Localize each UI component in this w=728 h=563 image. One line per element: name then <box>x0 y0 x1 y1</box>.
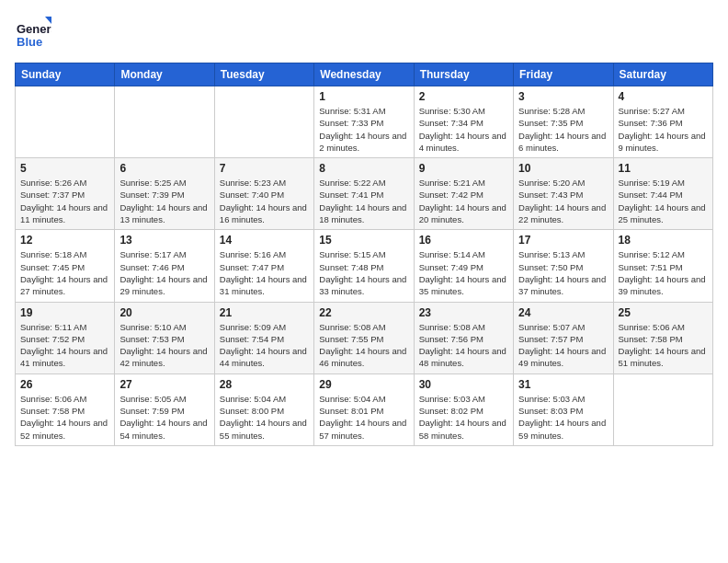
day-number: 21 <box>220 306 309 319</box>
weekday-header-sunday: Sunday <box>16 63 115 86</box>
svg-text:General: General <box>17 22 51 36</box>
cell-info: Sunrise: 5:11 AMSunset: 7:52 PMDaylight:… <box>20 321 109 370</box>
calendar-cell <box>214 86 313 158</box>
cell-info: Sunrise: 5:05 AMSunset: 7:59 PMDaylight:… <box>119 393 209 442</box>
calendar-cell <box>115 86 214 158</box>
calendar-cell: 13Sunrise: 5:17 AMSunset: 7:46 PMDayligh… <box>115 230 214 302</box>
cell-info: Sunrise: 5:03 AMSunset: 8:03 PMDaylight:… <box>518 393 608 442</box>
cell-info: Sunrise: 5:06 AMSunset: 7:58 PMDaylight:… <box>20 393 109 442</box>
cell-info: Sunrise: 5:08 AMSunset: 7:55 PMDaylight:… <box>319 321 408 370</box>
weekday-header-friday: Friday <box>514 63 613 86</box>
cell-info: Sunrise: 5:22 AMSunset: 7:41 PMDaylight:… <box>319 177 408 225</box>
calendar-cell: 5Sunrise: 5:26 AMSunset: 7:37 PMDaylight… <box>16 158 115 230</box>
cell-info: Sunrise: 5:12 AMSunset: 7:51 PMDaylight:… <box>619 248 708 297</box>
calendar-week-row: 12Sunrise: 5:18 AMSunset: 7:45 PMDayligh… <box>16 230 713 302</box>
calendar-cell: 21Sunrise: 5:09 AMSunset: 7:54 PMDayligh… <box>214 302 313 373</box>
weekday-header-wednesday: Wednesday <box>314 63 414 86</box>
cell-info: Sunrise: 5:16 AMSunset: 7:47 PMDaylight:… <box>220 248 309 297</box>
weekday-header-tuesday: Tuesday <box>214 63 313 86</box>
page-header: General Blue <box>15 15 713 52</box>
cell-info: Sunrise: 5:15 AMSunset: 7:48 PMDaylight:… <box>319 248 408 297</box>
calendar-cell: 4Sunrise: 5:27 AMSunset: 7:36 PMDaylight… <box>613 86 712 158</box>
day-number: 6 <box>119 162 209 175</box>
day-number: 18 <box>619 234 708 247</box>
day-number: 10 <box>518 162 608 175</box>
calendar-cell: 1Sunrise: 5:31 AMSunset: 7:33 PMDaylight… <box>314 86 414 158</box>
calendar-cell: 14Sunrise: 5:16 AMSunset: 7:47 PMDayligh… <box>214 230 313 302</box>
day-number: 14 <box>220 234 309 247</box>
weekday-header-saturday: Saturday <box>613 63 712 86</box>
calendar-cell: 12Sunrise: 5:18 AMSunset: 7:45 PMDayligh… <box>16 230 115 302</box>
day-number: 15 <box>319 234 408 247</box>
day-number: 17 <box>518 234 608 247</box>
weekday-header-row: SundayMondayTuesdayWednesdayThursdayFrid… <box>16 63 713 86</box>
day-number: 1 <box>319 90 408 103</box>
cell-info: Sunrise: 5:13 AMSunset: 7:50 PMDaylight:… <box>518 248 608 297</box>
calendar-week-row: 26Sunrise: 5:06 AMSunset: 7:58 PMDayligh… <box>16 373 713 445</box>
calendar-cell: 8Sunrise: 5:22 AMSunset: 7:41 PMDaylight… <box>314 158 414 230</box>
logo-svg: General Blue <box>15 15 51 52</box>
cell-info: Sunrise: 5:09 AMSunset: 7:54 PMDaylight:… <box>220 321 309 370</box>
calendar-cell: 23Sunrise: 5:08 AMSunset: 7:56 PMDayligh… <box>414 302 513 373</box>
weekday-header-thursday: Thursday <box>414 63 513 86</box>
calendar-cell: 30Sunrise: 5:03 AMSunset: 8:02 PMDayligh… <box>414 373 513 445</box>
cell-info: Sunrise: 5:20 AMSunset: 7:43 PMDaylight:… <box>518 177 608 225</box>
calendar-cell: 20Sunrise: 5:10 AMSunset: 7:53 PMDayligh… <box>115 302 214 373</box>
calendar-table: SundayMondayTuesdayWednesdayThursdayFrid… <box>15 63 713 446</box>
day-number: 20 <box>119 306 209 319</box>
day-number: 31 <box>518 378 608 391</box>
calendar-cell: 19Sunrise: 5:11 AMSunset: 7:52 PMDayligh… <box>16 302 115 373</box>
calendar-week-row: 5Sunrise: 5:26 AMSunset: 7:37 PMDaylight… <box>16 158 713 230</box>
calendar-cell: 15Sunrise: 5:15 AMSunset: 7:48 PMDayligh… <box>314 230 414 302</box>
cell-info: Sunrise: 5:28 AMSunset: 7:35 PMDaylight:… <box>518 105 608 154</box>
cell-info: Sunrise: 5:14 AMSunset: 7:49 PMDaylight:… <box>419 248 508 297</box>
calendar-cell: 18Sunrise: 5:12 AMSunset: 7:51 PMDayligh… <box>613 230 712 302</box>
weekday-header-monday: Monday <box>115 63 214 86</box>
calendar-cell: 9Sunrise: 5:21 AMSunset: 7:42 PMDaylight… <box>414 158 513 230</box>
calendar-cell <box>16 86 115 158</box>
calendar-cell: 22Sunrise: 5:08 AMSunset: 7:55 PMDayligh… <box>314 302 414 373</box>
day-number: 11 <box>619 162 708 175</box>
day-number: 2 <box>419 90 508 103</box>
cell-info: Sunrise: 5:07 AMSunset: 7:57 PMDaylight:… <box>518 321 608 370</box>
day-number: 22 <box>319 306 408 319</box>
day-number: 16 <box>419 234 508 247</box>
logo: General Blue <box>15 15 51 52</box>
day-number: 29 <box>319 378 408 391</box>
calendar-cell: 6Sunrise: 5:25 AMSunset: 7:39 PMDaylight… <box>115 158 214 230</box>
cell-info: Sunrise: 5:04 AMSunset: 8:01 PMDaylight:… <box>319 393 408 442</box>
calendar-cell: 25Sunrise: 5:06 AMSunset: 7:58 PMDayligh… <box>613 302 712 373</box>
cell-info: Sunrise: 5:03 AMSunset: 8:02 PMDaylight:… <box>419 393 508 442</box>
day-number: 28 <box>220 378 309 391</box>
day-number: 30 <box>419 378 508 391</box>
cell-info: Sunrise: 5:17 AMSunset: 7:46 PMDaylight:… <box>119 248 209 297</box>
day-number: 25 <box>619 306 708 319</box>
day-number: 12 <box>20 234 109 247</box>
day-number: 24 <box>518 306 608 319</box>
calendar-cell <box>613 373 712 445</box>
calendar-cell: 29Sunrise: 5:04 AMSunset: 8:01 PMDayligh… <box>314 373 414 445</box>
calendar-cell: 24Sunrise: 5:07 AMSunset: 7:57 PMDayligh… <box>514 302 613 373</box>
calendar-cell: 26Sunrise: 5:06 AMSunset: 7:58 PMDayligh… <box>16 373 115 445</box>
day-number: 13 <box>119 234 209 247</box>
cell-info: Sunrise: 5:18 AMSunset: 7:45 PMDaylight:… <box>20 248 109 297</box>
calendar-cell: 11Sunrise: 5:19 AMSunset: 7:44 PMDayligh… <box>613 158 712 230</box>
cell-info: Sunrise: 5:10 AMSunset: 7:53 PMDaylight:… <box>119 321 209 370</box>
day-number: 4 <box>619 90 708 103</box>
calendar-cell: 16Sunrise: 5:14 AMSunset: 7:49 PMDayligh… <box>414 230 513 302</box>
calendar-cell: 17Sunrise: 5:13 AMSunset: 7:50 PMDayligh… <box>514 230 613 302</box>
cell-info: Sunrise: 5:27 AMSunset: 7:36 PMDaylight:… <box>619 105 708 154</box>
cell-info: Sunrise: 5:26 AMSunset: 7:37 PMDaylight:… <box>20 177 109 225</box>
cell-info: Sunrise: 5:23 AMSunset: 7:40 PMDaylight:… <box>220 177 309 225</box>
cell-info: Sunrise: 5:31 AMSunset: 7:33 PMDaylight:… <box>319 105 408 154</box>
calendar-cell: 10Sunrise: 5:20 AMSunset: 7:43 PMDayligh… <box>514 158 613 230</box>
day-number: 5 <box>20 162 109 175</box>
day-number: 27 <box>119 378 209 391</box>
day-number: 23 <box>419 306 508 319</box>
day-number: 9 <box>419 162 508 175</box>
cell-info: Sunrise: 5:30 AMSunset: 7:34 PMDaylight:… <box>419 105 508 154</box>
calendar-cell: 7Sunrise: 5:23 AMSunset: 7:40 PMDaylight… <box>214 158 313 230</box>
cell-info: Sunrise: 5:21 AMSunset: 7:42 PMDaylight:… <box>419 177 508 225</box>
svg-text:Blue: Blue <box>17 35 42 49</box>
cell-info: Sunrise: 5:06 AMSunset: 7:58 PMDaylight:… <box>619 321 708 370</box>
